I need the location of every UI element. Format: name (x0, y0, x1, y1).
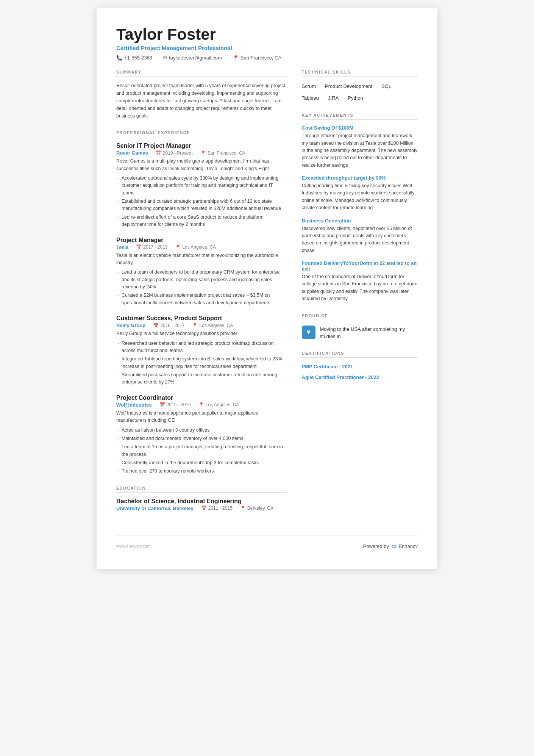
heart-icon: ♥ (302, 326, 315, 339)
footer: www.enhancv.com Powered by ∞ Enhancv (116, 535, 418, 551)
job-reilly-group: Customer Success, Product Support Reilly… (116, 315, 287, 386)
achievement-4: Founded DeliveryToYourDorm at 22 and led… (302, 260, 418, 303)
cert-link-1[interactable]: PMP Certificate - 2021 (302, 364, 353, 369)
experience-section: PROFESSIONAL EXPERIENCE Senior IT Projec… (116, 130, 287, 475)
job-desc-1: Rover Games is a multi-play mobile game … (116, 158, 287, 172)
location-icon: 📍 (233, 55, 239, 61)
skills-row-2: Tableau JIRA Python (302, 94, 418, 102)
summary-section: SUMMARY Result-orientated project team l… (116, 70, 287, 120)
calendar-icon-4: 📅 (159, 402, 165, 407)
company-3: Reilly Group (116, 322, 145, 328)
skill-product-dev: Product Development (325, 82, 372, 91)
bullet-item: Established and curated strategic partne… (116, 198, 287, 213)
job-bullets-4: Acted as liaison between 3 country offic… (116, 427, 287, 475)
job-wolf-industries: Project Coordinator Wolf Industries 📅 20… (116, 394, 287, 475)
brand-name: Enhancv (398, 543, 418, 549)
achievement-desc-1: Through efficient project management and… (302, 132, 418, 169)
bullet-item: Researched user behavior and led strateg… (116, 340, 287, 355)
candidate-title: Certified Project Management Professiona… (116, 45, 418, 51)
job-title-4: Project Coordinator (116, 394, 287, 401)
edu-meta: University of California, Berkeley 📅 201… (116, 506, 287, 511)
job-rover-games: Senior IT Project Manager Rover Games 📅 … (116, 142, 287, 228)
achievement-title-3: Business Generation (302, 218, 418, 224)
location-contact: 📍 San Francisco, CA (233, 55, 281, 61)
resume-page: Taylor Foster Certified Project Manageme… (97, 8, 437, 569)
job-meta-4: Wolf Industries 📅 2015 - 2016 📍 Los Ange… (116, 402, 287, 408)
contact-row: 📞 +1-555-2368 ✉ taylor.foster@gmail.com … (116, 55, 418, 61)
edu-location: 📍 Berkeley, CA (240, 506, 273, 511)
calendar-icon-3: 📅 (153, 323, 159, 328)
job-tesla: Project Manager Tesla 📅 2017 - 2019 📍 Lo… (116, 237, 287, 307)
job-bullets-2: Lead a team of developers to build a pro… (116, 269, 287, 307)
bullet-item: Trained over 270 temporary remote worker… (116, 468, 287, 475)
achievement-title-2: Exceeded throughput target by 90% (302, 175, 418, 181)
skill-jira: JIRA (328, 94, 339, 102)
company-1: Rover Games (116, 150, 148, 156)
bullet-item: Maintained and documented inventory of o… (116, 435, 287, 442)
footer-brand: Powered by ∞ Enhancv (363, 542, 418, 551)
proud-of-section: PROUD OF ♥ Moving to the USA after compl… (302, 313, 418, 340)
enhancv-logo-icon: ∞ (391, 542, 396, 551)
achievement-desc-4: One of the co-founders of DeliverToYourD… (302, 273, 418, 303)
calendar-icon-edu: 📅 (201, 506, 207, 511)
job-bullets-1: Accelerated outbound sales cycle by 330%… (116, 175, 287, 229)
location-1: 📍 San Francisco, CA (200, 150, 245, 156)
footer-website: www.enhancv.com (116, 544, 151, 548)
date-2: 📅 2017 - 2019 (136, 244, 167, 250)
achievement-desc-2: Cutting loading time & fixing key securi… (302, 182, 418, 212)
right-column: TECHNICAL SKILLS Scrum Product Developme… (302, 70, 418, 522)
proud-item-1: ♥ Moving to the USA after completing my … (302, 326, 418, 340)
skills-section: TECHNICAL SKILLS Scrum Product Developme… (302, 70, 418, 102)
job-meta-1: Rover Games 📅 2019 - Present 📍 San Franc… (116, 150, 287, 156)
cert-2: Agile Certified Practitioner - 2022 (302, 374, 418, 380)
job-desc-4: Wolf Industries is a home appliance part… (116, 410, 287, 424)
education-title: EDUCATION (116, 486, 287, 493)
achievements-section: KEY ACHIEVEMENTS Cost Saving Of $100M Th… (302, 113, 418, 302)
achievement-3: Business Generation Discovered new clien… (302, 218, 418, 255)
pin-icon-3: 📍 (192, 323, 198, 328)
powered-by-text: Powered by (363, 543, 389, 549)
school-name: University of California, Berkeley (116, 506, 194, 511)
cert-link-2[interactable]: Agile Certified Practitioner - 2022 (302, 374, 379, 380)
bullet-item: Accelerated outbound sales cycle by 330%… (116, 175, 287, 197)
skills-row-1: Scrum Product Development SQL (302, 82, 418, 91)
job-meta-2: Tesla 📅 2017 - 2019 📍 Los Angeles, CA (116, 244, 287, 250)
bullet-item: Streamlined post-sales support to increa… (116, 371, 287, 386)
email-value: taylor.foster@gmail.com (169, 55, 222, 61)
calendar-icon-2: 📅 (136, 244, 142, 250)
skill-sql: SQL (381, 82, 391, 91)
proud-text: Moving to the USA after completing my st… (320, 326, 418, 340)
main-content: SUMMARY Result-orientated project team l… (116, 70, 418, 522)
bullet-item: Acted as liaison between 3 country offic… (116, 427, 287, 434)
edu-date: 📅 2011 - 2015 (201, 506, 233, 511)
date-4: 📅 2015 - 2016 (159, 402, 191, 407)
cert-1: PMP Certificate - 2021 (302, 363, 418, 370)
header-section: Taylor Foster Certified Project Manageme… (116, 26, 418, 61)
achievement-2: Exceeded throughput target by 90% Cuttin… (302, 175, 418, 212)
pin-icon-edu: 📍 (240, 506, 246, 511)
achievements-title: KEY ACHIEVEMENTS (302, 113, 418, 120)
date-3: 📅 2016 - 2017 (153, 323, 184, 328)
job-meta-3: Reilly Group 📅 2016 - 2017 📍 Los Angeles… (116, 322, 287, 328)
left-column: SUMMARY Result-orientated project team l… (116, 70, 287, 522)
experience-title: PROFESSIONAL EXPERIENCE (116, 130, 287, 137)
job-title-3: Customer Success, Product Support (116, 315, 287, 322)
achievement-1: Cost Saving Of $100M Through efficient p… (302, 125, 418, 169)
achievement-title-4: Founded DeliveryToYourDorm at 22 and led… (302, 260, 418, 272)
proud-of-title: PROUD OF (302, 313, 418, 320)
phone-value: +1-555-2368 (124, 55, 152, 61)
company-2: Tesla (116, 244, 128, 250)
phone-contact: 📞 +1-555-2368 (116, 55, 152, 61)
email-icon: ✉ (163, 55, 167, 61)
bullet-item: Consistently ranked in the department's … (116, 459, 287, 466)
summary-title: SUMMARY (116, 70, 287, 77)
skill-python: Python (348, 94, 363, 102)
certifications-title: CERTIFICATIONS (302, 351, 418, 358)
job-title-2: Project Manager (116, 237, 287, 244)
candidate-name: Taylor Foster (116, 26, 418, 43)
pin-icon-1: 📍 (200, 150, 206, 156)
company-4: Wolf Industries (116, 402, 152, 408)
job-bullets-3: Researched user behavior and led strateg… (116, 340, 287, 386)
bullet-item: Lead a team of developers to build a pro… (116, 269, 287, 291)
pin-icon-4: 📍 (198, 402, 204, 407)
